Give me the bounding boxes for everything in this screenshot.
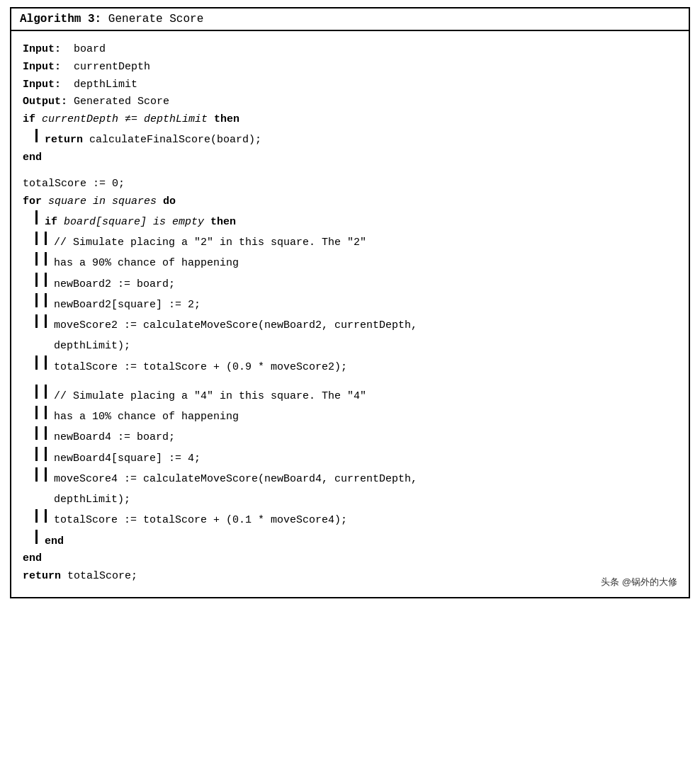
end-if-line: end [23, 149, 677, 167]
return-final-score-line: return calculateFinalScore(board); [23, 129, 677, 149]
return-total: return totalScore; [23, 568, 677, 586]
input-depth: Input: currentDepth [23, 59, 677, 76]
movescore2-line1: moveScore2 := calculateMoveScore(newBoar… [23, 314, 677, 335]
algorithm-label: Algorithm 3: [20, 13, 101, 25]
if-board-empty-line: if board[square] is empty then [23, 210, 677, 231]
input-board: Input: board [23, 41, 677, 59]
input-limit: Input: depthLimit [23, 76, 677, 94]
end-for: end [23, 550, 677, 568]
algorithm-title: Generate Score [108, 13, 203, 25]
output-score: Output: Generated Score [23, 93, 677, 111]
comment2-line1: // Simulate placing a "4" in this square… [23, 385, 677, 405]
newboard2-square: newBoard2[square] := 2; [23, 293, 677, 314]
comment1-line1: // Simulate placing a "2" in this square… [23, 232, 677, 252]
comment2-line2: has a 10% chance of happening [23, 406, 677, 426]
totalscore2: totalScore := totalScore + (0.9 * moveSc… [23, 356, 677, 376]
comment1-line2: has a 90% chance of happening [23, 252, 677, 273]
algorithm-container: Algorithm 3: Generate Score Input: board… [10, 7, 690, 598]
watermark: 头条 @锅外的大修 [601, 574, 677, 589]
algorithm-body: Input: board Input: currentDepth Input: … [11, 31, 689, 597]
for-loop-line: for square in squares do [23, 193, 677, 211]
algorithm-header: Algorithm 3: Generate Score [11, 8, 689, 31]
newboard4-square: newBoard4[square] := 4; [23, 447, 677, 467]
movescore2-line2: depthLimit); [23, 335, 677, 356]
newboard4-assign: newBoard4 := board; [23, 426, 677, 447]
end-inner-if: end [23, 530, 677, 550]
movescore4-line2: depthLimit); [23, 489, 677, 509]
total-score-init: totalScore := 0; [23, 176, 677, 193]
newboard2-assign: newBoard2 := board; [23, 273, 677, 293]
totalscore4: totalScore := totalScore + (0.1 * moveSc… [23, 509, 677, 530]
movescore4-line1: moveScore4 := calculateMoveScore(newBoar… [23, 467, 677, 488]
if-condition-line: if currentDepth ≠= depthLimit then [23, 111, 677, 129]
